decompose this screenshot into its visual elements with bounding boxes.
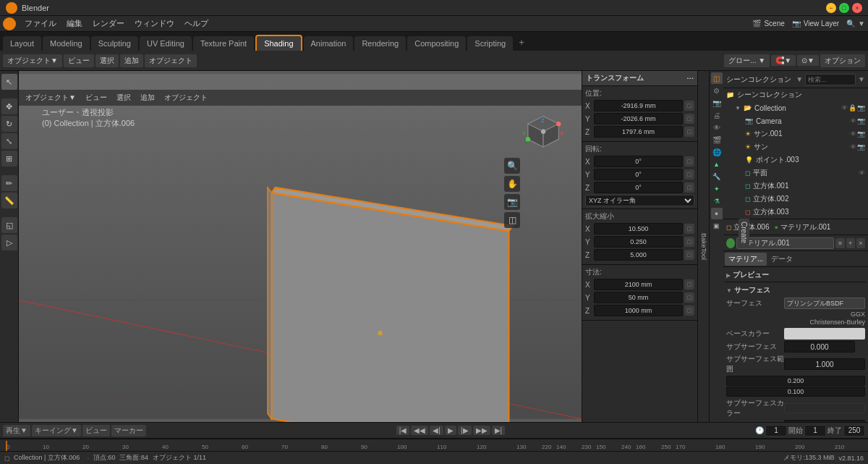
cursor-tool[interactable]: ↖ — [1, 74, 17, 90]
scale-y-copy[interactable]: □ — [684, 237, 694, 247]
pos-x-copy[interactable]: □ — [684, 101, 694, 111]
extra-tool1[interactable]: ◱ — [1, 217, 17, 233]
rot-z-copy[interactable]: □ — [684, 182, 694, 193]
jump-end-btn[interactable]: ▶| — [492, 426, 506, 435]
maximize-button[interactable]: □ — [839, 3, 849, 13]
sun-render[interactable]: 📷 — [857, 143, 865, 151]
scale-y-input[interactable] — [594, 236, 683, 248]
tab-rendering[interactable]: Rendering — [354, 36, 406, 51]
close-button[interactable]: × — [852, 3, 862, 13]
rot-x-copy[interactable]: □ — [684, 156, 694, 166]
rot-y-copy[interactable]: □ — [684, 169, 694, 180]
outliner-filter2[interactable]: ▼ — [858, 75, 865, 83]
tab-uv-editing[interactable]: UV Editing — [140, 36, 192, 51]
outliner-cube003[interactable]: ◻ 立方体.003 — [723, 206, 868, 219]
annotate-tool[interactable]: ✏ — [1, 175, 17, 191]
object-mode-btn[interactable]: オブジェクト▼ — [3, 54, 62, 67]
collection-vis-render[interactable]: 📷 — [857, 104, 865, 111]
material-browse-btn[interactable]: ≡ — [835, 238, 844, 248]
proportional-btn[interactable]: ⊙▼ — [797, 55, 819, 66]
tl-marker-btn[interactable]: マーカー — [111, 425, 146, 436]
outliner-point003[interactable]: 💡 ポイント.003 — [723, 153, 868, 166]
current-frame-input[interactable] — [765, 425, 787, 436]
sun-eye[interactable]: 👁 — [850, 143, 856, 151]
vp-select-menu[interactable]: 選択 — [113, 92, 135, 104]
basecolor-swatch[interactable] — [784, 328, 865, 339]
ss-radius-v1[interactable]: 1.000 — [784, 358, 865, 370]
tl-view-btn[interactable]: ビュー — [82, 425, 110, 436]
tab-layout[interactable]: Layout — [3, 36, 41, 51]
frame-start-input[interactable] — [804, 425, 826, 436]
preview-header[interactable]: ▶ プレビュー — [726, 270, 865, 280]
surface-header[interactable]: ▼ サーフェス — [726, 285, 865, 295]
select-btn[interactable]: 選択 — [95, 54, 119, 67]
outliner-camera[interactable]: 📷 Camera 👁 📷 — [723, 114, 868, 127]
menu-window[interactable]: ウィンドウ — [130, 17, 179, 30]
object-icon[interactable]: ▲ — [711, 159, 723, 170]
filter-icon[interactable]: ▼ — [858, 20, 865, 28]
material-icon-strip[interactable]: ● — [711, 208, 723, 219]
ss-color-swatch[interactable] — [784, 403, 865, 413]
dim-z-copy[interactable]: □ — [684, 305, 694, 316]
euler-select[interactable]: XYZ オイラー角 — [585, 195, 694, 206]
dim-y-input[interactable] — [594, 292, 683, 303]
add-workspace-button[interactable]: + — [514, 34, 529, 51]
camera-btn[interactable]: 📷 — [504, 194, 520, 210]
scale-x-input[interactable] — [594, 223, 683, 235]
ss-radius-v3[interactable]: 0.100 — [726, 387, 865, 397]
prev-frame-btn[interactable]: ◀◀ — [411, 426, 428, 435]
dim-z-input[interactable] — [594, 305, 683, 316]
tab-animation[interactable]: Animation — [304, 36, 354, 51]
scene-props-icon[interactable]: 🎬 — [711, 134, 723, 145]
plane-eye[interactable]: 👁 — [859, 169, 865, 177]
menu-edit[interactable]: 編集 — [62, 17, 87, 30]
subsurface-value[interactable]: 0.000 — [784, 341, 855, 353]
menu-render[interactable]: レンダー — [88, 17, 129, 30]
rotate-tool[interactable]: ↻ — [1, 116, 17, 132]
transform-tool[interactable]: ⊞ — [1, 151, 17, 166]
pos-y-input[interactable] — [594, 113, 683, 125]
tab-data[interactable]: データ — [767, 253, 796, 266]
measure-tool[interactable]: 📏 — [1, 193, 17, 208]
vp-view-menu[interactable]: ビュー — [82, 92, 111, 104]
dim-y-copy[interactable]: □ — [684, 292, 694, 303]
sun001-eye[interactable]: 👁 — [850, 130, 856, 138]
properties-icon[interactable]: ⚙ — [711, 85, 723, 96]
menu-file[interactable]: ファイル — [20, 17, 61, 30]
tl-keying-btn[interactable]: キーイング▼ — [32, 425, 81, 436]
render-props-icon[interactable]: 📷 — [711, 97, 723, 109]
search-icon[interactable]: 🔍 — [846, 20, 855, 28]
jump-start-btn[interactable]: |◀ — [396, 426, 410, 435]
menu-help[interactable]: ヘルプ — [180, 17, 213, 30]
outliner-search[interactable] — [805, 74, 856, 85]
ss-radius-v2[interactable]: 0.200 — [726, 376, 865, 386]
rot-z-input[interactable] — [594, 182, 683, 193]
prev-keyframe-btn[interactable]: ◀| — [430, 426, 443, 435]
scale-tool[interactable]: ⤡ — [1, 133, 17, 149]
view-btn[interactable]: ビュー — [64, 54, 94, 67]
modifier-icon[interactable]: 🔧 — [711, 171, 723, 182]
next-keyframe-btn[interactable]: |▶ — [458, 426, 472, 435]
pos-x-input[interactable] — [594, 100, 683, 111]
outliner-sun[interactable]: ☀ サン 👁 📷 — [723, 140, 868, 153]
camera-render[interactable]: 📷 — [857, 117, 865, 125]
physics-icon[interactable]: ⚗ — [711, 195, 723, 207]
rot-x-input[interactable] — [594, 156, 683, 167]
play-btn[interactable]: ▶ — [445, 426, 456, 435]
world-icon[interactable]: 🌐 — [711, 146, 723, 158]
camera-eye[interactable]: 👁 — [850, 117, 856, 125]
outliner-collection[interactable]: ▼ 📂 Collection 👁 🔒 📷 — [723, 101, 868, 114]
option-btn[interactable]: オプション — [820, 54, 865, 67]
rot-y-input[interactable] — [594, 169, 683, 180]
vp-add-menu[interactable]: 追加 — [137, 92, 158, 104]
object-btn[interactable]: オブジェクト — [145, 54, 197, 67]
dim-x-input[interactable] — [594, 279, 683, 290]
baketool-tab[interactable]: BakeTool — [697, 71, 709, 422]
outliner-scene-collection[interactable]: 📁 シーンコレクション — [723, 88, 868, 101]
pos-z-input[interactable] — [594, 126, 683, 138]
transform-expand[interactable]: ⋯ — [686, 75, 694, 83]
outliner-plane[interactable]: ◻ 平面 👁 — [723, 166, 868, 180]
outliner-filter[interactable]: ▼ — [796, 75, 803, 83]
scale-x-copy[interactable]: □ — [684, 224, 694, 234]
surface-type-btn[interactable]: プリンシブルBSDF — [784, 298, 865, 309]
